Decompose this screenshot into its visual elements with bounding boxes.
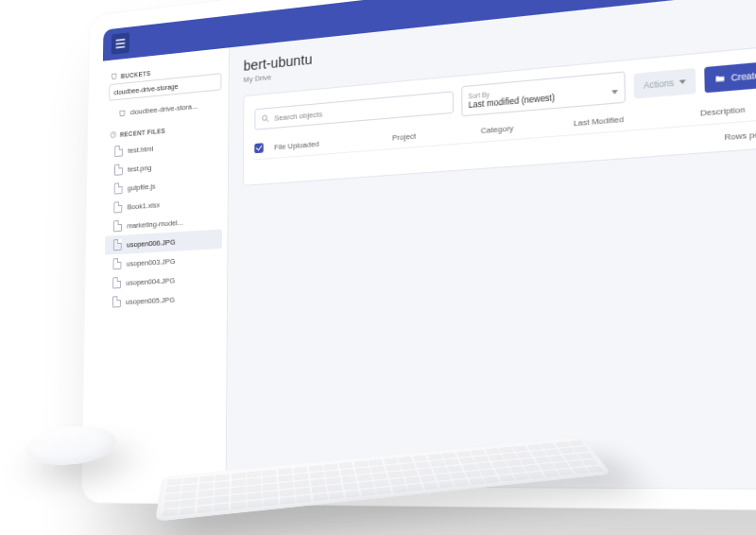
recent-file-item[interactable]: usopen003.JPG — [105, 249, 222, 274]
sidebar-heading-buckets: BUCKETS — [111, 61, 219, 80]
app-topbar: 4 — [103, 0, 756, 61]
column-file[interactable]: File Uploaded — [274, 133, 392, 151]
recent-file-item[interactable]: gulpfile.js — [106, 171, 223, 198]
bucket-item-label: cloudbee-drive-stora... — [130, 102, 198, 117]
file-icon — [114, 164, 123, 176]
sidebar: BUCKETS cloudbee-drive-storage cloudbee-… — [96, 47, 230, 486]
recent-file-label: usopen004.JPG — [126, 276, 175, 287]
column-description[interactable]: Description — [700, 95, 756, 118]
recent-file-item[interactable]: usopen006.JPG — [105, 229, 222, 254]
recent-file-label: gulpfile.js — [128, 181, 156, 192]
toolbar: Search objects Sort By Last modified (ne… — [254, 44, 756, 133]
actions-dropdown[interactable]: Actions — [634, 68, 696, 99]
page-title: bert-ubuntu — [244, 0, 756, 74]
recent-heading-label: RECENT FILES — [120, 127, 165, 137]
file-icon — [112, 296, 121, 307]
actions-label: Actions — [644, 78, 674, 91]
bucket-icon — [118, 109, 126, 118]
sort-select[interactable]: Sort By Last modified (newest) — [461, 71, 626, 116]
bucket-search-value: cloudbee-drive-storage — [113, 81, 178, 96]
main-content: bert-ubuntu My Drive Search objects Sort… — [227, 0, 756, 491]
recent-file-item[interactable]: test.png — [106, 152, 222, 181]
recent-file-label: test.png — [128, 163, 151, 173]
bucket-item[interactable]: cloudbee-drive-stora... — [107, 95, 223, 122]
recent-file-label: usopen006.JPG — [127, 237, 176, 249]
recent-file-item[interactable]: marketing-model... — [105, 210, 222, 236]
file-icon — [113, 220, 122, 233]
file-icon — [114, 146, 123, 158]
select-all-checkbox[interactable] — [254, 142, 274, 153]
recent-file-label: usopen005.JPG — [126, 295, 175, 305]
buckets-heading-label: BUCKETS — [121, 69, 151, 78]
recent-file-item[interactable]: Book1.xlsx — [106, 191, 223, 217]
breadcrumb[interactable]: My Drive — [244, 8, 756, 84]
object-search-input[interactable]: Search objects — [254, 91, 454, 129]
column-last-modified[interactable]: Last Modified — [574, 108, 700, 128]
menu-button[interactable] — [112, 32, 129, 55]
recent-file-label: Book1.xlsx — [128, 200, 161, 211]
clock-icon — [110, 130, 116, 138]
hamburger-icon — [115, 38, 126, 50]
recent-file-item[interactable]: usopen004.JPG — [104, 268, 221, 293]
column-project[interactable]: Project — [392, 126, 481, 142]
recent-file-item[interactable]: test.html — [106, 133, 222, 162]
table-header: File Uploaded Project Category Last Modi… — [254, 78, 756, 160]
sidebar-heading-recent: RECENT FILES — [110, 122, 219, 139]
svg-point-2 — [263, 115, 267, 121]
sort-value: Last modified (newest) — [469, 92, 555, 110]
recent-file-label: test.html — [128, 144, 153, 154]
file-icon — [112, 258, 121, 269]
chevron-down-icon — [611, 89, 618, 94]
file-icon — [114, 182, 123, 195]
rows-per-page-label: Rows per page: — [724, 128, 756, 142]
file-icon — [112, 277, 121, 288]
folder-plus-icon — [714, 73, 726, 84]
file-panel: Search objects Sort By Last modified (ne… — [243, 31, 756, 186]
recent-file-item[interactable]: usopen005.JPG — [104, 287, 222, 312]
table-pager: Rows per page: 10 0-0 of 0 ‹ › — [254, 109, 756, 179]
recent-file-label: marketing-model... — [127, 217, 183, 230]
file-icon — [113, 239, 122, 251]
recent-file-label: usopen003.JPG — [127, 256, 176, 268]
bucket-icon — [111, 73, 117, 81]
sort-label: Sort By — [469, 78, 618, 99]
create-folder-button[interactable]: Create folder — [704, 59, 756, 93]
search-placeholder: Search objects — [274, 110, 322, 123]
column-category[interactable]: Category — [481, 118, 574, 135]
chevron-down-icon — [679, 79, 686, 84]
search-icon — [261, 113, 270, 124]
file-icon — [113, 201, 122, 214]
create-folder-label: Create folder — [731, 67, 756, 83]
